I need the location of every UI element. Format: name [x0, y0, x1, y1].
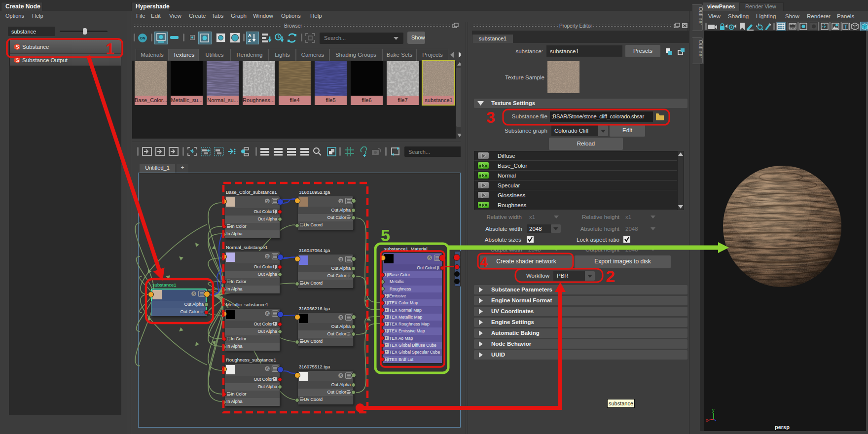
svg-text:1: 1	[106, 40, 114, 58]
svg-text:2: 2	[606, 267, 615, 286]
svg-text:5: 5	[381, 226, 390, 245]
svg-text:4: 4	[480, 254, 488, 270]
svg-text:3: 3	[486, 108, 495, 126]
